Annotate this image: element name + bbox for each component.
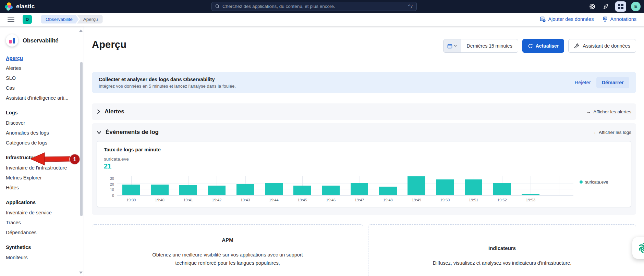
time-range-button[interactable]: Dernières 15 minutes <box>461 39 518 52</box>
y-tick-label: 0 <box>112 193 114 198</box>
x-tick-label: 19:53 <box>517 198 545 202</box>
sidebar-item-dependances[interactable]: Dépendances <box>6 230 84 235</box>
apm-card-title: APM <box>92 237 363 243</box>
chart-slot <box>317 176 345 195</box>
chart-bar[interactable] <box>208 186 226 195</box>
sidebar-item-slo[interactable]: SLO <box>6 75 84 81</box>
add-data-link[interactable]: Ajouter des données <box>540 16 594 22</box>
chart-bars <box>117 176 573 195</box>
log-events-section: Événements de log → Afficher les logs Ta… <box>92 123 636 215</box>
breadcrumb-observability[interactable]: Observabilité <box>41 15 79 24</box>
menu-icon[interactable] <box>8 17 14 22</box>
y-tick-label: 30 <box>110 176 114 180</box>
x-tick-label: 19:50 <box>431 198 459 202</box>
global-search-input[interactable]: Cherchez des applications, du contenu, e… <box>211 2 417 11</box>
sidebar-item-hotes[interactable]: Hôtes <box>6 185 84 190</box>
apm-card[interactable]: APM Obtenez une meilleure visibilité sur… <box>92 224 363 276</box>
sidebar-item-discover[interactable]: Discover <box>6 120 84 126</box>
x-tick-label: 19:42 <box>203 198 231 202</box>
chart-slot <box>402 176 431 195</box>
chart-bar[interactable] <box>151 185 169 195</box>
annotations-icon <box>603 16 608 22</box>
show-logs-link[interactable]: → Afficher les logs <box>592 129 631 135</box>
chart-bar[interactable] <box>436 179 454 195</box>
alerts-section-title: Alertes <box>105 108 124 115</box>
user-avatar[interactable]: E <box>631 2 641 11</box>
chart-slot <box>545 176 573 195</box>
chart-bar[interactable] <box>122 185 140 195</box>
chart-bar[interactable] <box>236 184 254 195</box>
metrics-card-body: Diffusez, visualisez et analysez vos ind… <box>392 259 612 267</box>
dismiss-button[interactable]: Rejeter <box>575 80 591 85</box>
chevron-right-icon <box>97 109 100 114</box>
x-tick-label: 19:49 <box>402 198 431 202</box>
elastic-brand[interactable]: elastic <box>0 2 82 11</box>
apps-menu-icon[interactable] <box>615 1 626 12</box>
sidebar-scroll-up-arrow[interactable] <box>79 29 83 32</box>
calendar-icon <box>447 43 452 49</box>
add-data-label: Ajouter des données <box>548 16 594 22</box>
chart-bar[interactable] <box>465 179 483 195</box>
x-tick-label: 19:39 <box>117 198 145 202</box>
x-tick-label: 19:43 <box>231 198 259 202</box>
sidebar-item-anomalies-logs[interactable]: Anomalies des logs <box>6 130 84 136</box>
annotations-link[interactable]: Annotations <box>603 16 636 22</box>
show-alerts-link[interactable]: → Afficher les alertes <box>586 109 631 114</box>
sidebar-item-categories-logs[interactable]: Catégories de logs <box>6 140 84 146</box>
news-icon[interactable] <box>602 2 610 11</box>
chart-bar[interactable] <box>522 194 539 195</box>
chart-slot <box>459 176 488 195</box>
sidebar-scrollbar[interactable] <box>80 62 83 216</box>
x-tick-label: 19:51 <box>459 198 488 202</box>
chart-bar[interactable] <box>322 186 340 195</box>
alerts-accordion-toggle[interactable]: Alertes <box>97 108 124 115</box>
page-title: Aperçu <box>92 39 126 50</box>
sidebar-heading-infrastructure: Infrastructure <box>6 155 84 160</box>
openai-icon <box>637 242 644 254</box>
chart-bar[interactable] <box>351 183 368 195</box>
chart-plot <box>117 176 573 196</box>
log-events-accordion-toggle[interactable]: Événements de log <box>97 129 159 136</box>
chart-slot <box>259 176 288 195</box>
sidebar-scroll-down-arrow[interactable] <box>79 272 83 274</box>
arrow-right-icon: → <box>592 129 596 135</box>
chart-x-axis: 19:3919:4019:4119:4219:4319:4419:4519:46… <box>117 198 573 202</box>
sidebar-item-alertes[interactable]: Alertes <box>6 65 84 71</box>
chart-bar[interactable] <box>179 185 197 195</box>
chart-bar[interactable] <box>379 187 397 195</box>
alerts-section: Alertes → Afficher les alertes <box>92 103 636 120</box>
chart-vertical-gridline <box>559 176 559 195</box>
logs-callout-banner: Collecter et analyser des logs dans Obse… <box>92 72 636 93</box>
data-assistant-label: Assistant de données <box>583 43 630 49</box>
sidebar: Observabilité Aperçu Alertes SLO Cas Ass… <box>0 26 84 276</box>
sidebar-item-metrics-explorer[interactable]: Metrics Explorer <box>6 175 84 180</box>
show-alerts-label: Afficher les alertes <box>593 109 631 114</box>
chart-bar[interactable] <box>293 186 311 195</box>
main-content: Aperçu Dernières 15 minutes Actualiser A… <box>84 26 644 276</box>
chat-assistant-button[interactable] <box>632 237 644 259</box>
metrics-card[interactable]: Indicateurs Diffusez, visualisez et anal… <box>368 224 636 276</box>
sidebar-item-inventaire-infra[interactable]: Inventaire de l'infrastructure <box>6 165 84 171</box>
x-tick-label: 19:44 <box>259 198 288 202</box>
refresh-button[interactable]: Actualiser <box>522 39 564 53</box>
calendar-button[interactable] <box>443 39 461 52</box>
x-tick-label: 19:40 <box>145 198 174 202</box>
data-assistant-button[interactable]: Assistant de données <box>568 39 636 53</box>
chart-bar[interactable] <box>265 183 283 195</box>
chart-bar[interactable] <box>493 183 511 195</box>
sidebar-heading-logs: Logs <box>6 110 84 115</box>
sidebar-item-moniteurs[interactable]: Moniteurs <box>6 255 84 260</box>
start-button[interactable]: Démarrer <box>596 77 630 88</box>
help-icon[interactable] <box>588 2 597 11</box>
x-tick-label: 19:41 <box>174 198 203 202</box>
chart-bar[interactable] <box>408 176 425 195</box>
space-badge[interactable]: D <box>23 15 32 24</box>
y-tick-label: 10 <box>110 188 114 192</box>
x-tick-label: 19:48 <box>374 198 402 202</box>
sidebar-item-cas[interactable]: Cas <box>6 85 84 91</box>
sidebar-item-apercu[interactable]: Aperçu <box>6 55 84 61</box>
sidebar-item-inventaire-service[interactable]: Inventaire de service <box>6 210 84 215</box>
sidebar-item-traces[interactable]: Traces <box>6 220 84 225</box>
chart-legend[interactable]: suricata.eve <box>573 180 624 202</box>
sidebar-item-ai-assistant[interactable]: Assistant d'intelligence arti... <box>6 95 84 101</box>
